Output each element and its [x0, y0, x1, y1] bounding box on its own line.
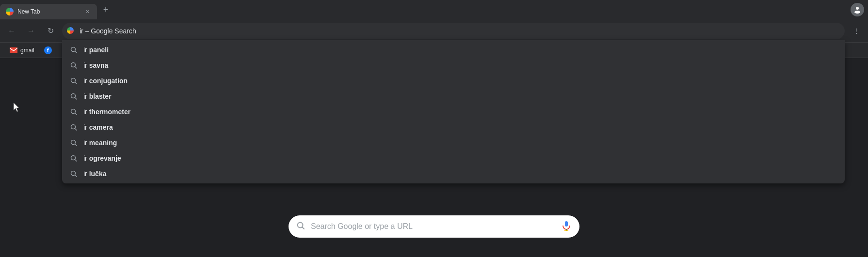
address-bar-container: ir paneli ir savna [62, 23, 845, 39]
suggestion-item-8[interactable]: ir lučka [62, 166, 845, 181]
suggestion-text-7: ir ogrevanje [83, 154, 121, 162]
suggestion-text-1: ir savna [83, 61, 108, 69]
suggestion-item-7[interactable]: ir ogrevanje [62, 151, 845, 166]
profile-button[interactable] [851, 3, 864, 16]
svg-line-3 [75, 51, 77, 53]
suggestion-search-icon-5 [70, 123, 78, 131]
suggestion-search-icon-6 [70, 139, 78, 147]
nav-extra-buttons: ⋮ [849, 23, 864, 39]
center-search-placeholder: Search Google or type a URL [311, 222, 555, 231]
bookmark-gmail[interactable]: gmail [6, 45, 38, 56]
suggestion-search-icon-7 [70, 154, 78, 162]
suggestion-text-2: ir conjugation [83, 77, 128, 85]
facebook-icon: f [44, 46, 52, 54]
suggestion-search-icon-3 [70, 92, 78, 100]
suggestion-item-2[interactable]: ir conjugation [62, 73, 845, 89]
svg-point-0 [856, 7, 859, 10]
suggestion-item-6[interactable]: ir meaning [62, 135, 845, 151]
navigation-bar: ← → ↻ ir paneli [0, 19, 868, 43]
forward-button[interactable]: → [23, 23, 39, 39]
svg-rect-20 [10, 47, 17, 53]
forward-icon: → [27, 27, 35, 35]
suggestion-search-icon-2 [70, 77, 78, 85]
tab-favicon [6, 8, 14, 15]
tab-title: New Tab [17, 8, 80, 15]
tab-bar: New Tab ✕ + [0, 0, 113, 19]
suggestion-item-0[interactable]: ir paneli [62, 42, 845, 58]
suggestion-item-1[interactable]: ir savna [62, 58, 845, 73]
back-button[interactable]: ← [4, 23, 19, 39]
suggestion-item-3[interactable]: ir blaster [62, 89, 845, 104]
search-suggestions-dropdown: ir paneli ir savna [62, 40, 845, 183]
tab-close-button[interactable]: ✕ [83, 8, 91, 15]
browser-chrome: New Tab ✕ + [0, 0, 868, 19]
google-favicon-icon [6, 8, 14, 15]
svg-line-7 [75, 82, 77, 84]
center-search-container: Search Google or type a URL [289, 215, 579, 238]
center-search-bar[interactable]: Search Google or type a URL [289, 215, 579, 238]
svg-line-22 [303, 227, 305, 229]
suggestion-search-icon-8 [70, 170, 78, 178]
suggestion-item-4[interactable]: ir thermometer [62, 104, 845, 120]
extensions-button[interactable]: ⋮ [849, 23, 864, 39]
svg-line-15 [75, 144, 77, 146]
refresh-button[interactable]: ↻ [43, 23, 58, 39]
svg-line-11 [75, 113, 77, 115]
svg-line-19 [75, 175, 77, 177]
suggestion-search-icon-0 [70, 46, 78, 54]
new-tab-button[interactable]: + [99, 3, 113, 16]
bookmark-gmail-label: gmail [20, 47, 34, 54]
active-tab[interactable]: New Tab ✕ [0, 4, 97, 19]
suggestion-text-5: ir camera [83, 123, 113, 131]
address-bar-input[interactable] [62, 23, 845, 39]
cursor-indicator [14, 103, 19, 111]
suggestion-search-icon-4 [70, 108, 78, 116]
svg-rect-23 [565, 221, 568, 227]
suggestion-text-6: ir meaning [83, 139, 117, 147]
refresh-icon: ↻ [48, 26, 54, 35]
suggestion-text-3: ir blaster [83, 92, 112, 100]
svg-line-5 [75, 66, 77, 68]
svg-point-1 [854, 11, 860, 14]
center-mic-icon[interactable] [561, 220, 572, 233]
svg-line-17 [75, 159, 77, 161]
svg-line-9 [75, 97, 77, 99]
suggestion-text-4: ir thermometer [83, 108, 130, 116]
back-icon: ← [8, 27, 16, 35]
suggestion-text-8: ir lučka [83, 170, 106, 178]
address-bar-google-icon [67, 27, 75, 35]
gmail-icon [10, 46, 17, 54]
svg-line-13 [75, 128, 77, 130]
suggestion-text-0: ir paneli [83, 46, 109, 54]
browser-actions [851, 3, 868, 16]
center-search-icon [296, 221, 305, 232]
bookmark-facebook[interactable]: f [40, 45, 56, 56]
suggestion-search-icon-1 [70, 61, 78, 69]
suggestion-item-5[interactable]: ir camera [62, 120, 845, 135]
